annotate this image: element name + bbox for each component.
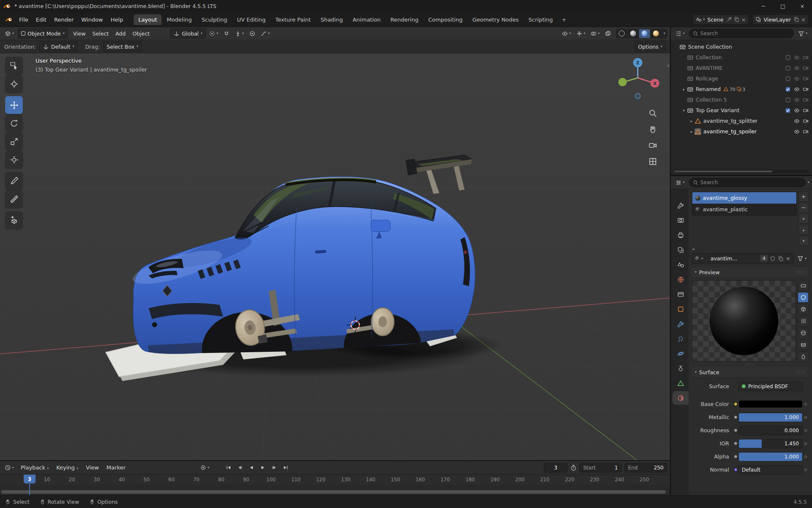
collection-tab[interactable] — [672, 287, 689, 301]
disable-render-camera-icon[interactable] — [802, 64, 809, 72]
new-material-icon[interactable] — [778, 256, 784, 262]
drag-mode-selector[interactable]: Select Box ▾ — [103, 41, 142, 52]
outliner-row-avantime-tg-spoiler[interactable]: ▸avantime_tg_spoiler — [671, 126, 812, 137]
xray-toggle[interactable] — [603, 28, 613, 39]
pin-icon[interactable] — [726, 17, 732, 22]
show-overlays-button[interactable]: ▾ — [588, 28, 602, 39]
surface-value-button[interactable]: Principled BSDF — [738, 382, 803, 391]
exclude-checkbox[interactable] — [784, 54, 792, 61]
cursor-tool[interactable] — [5, 75, 23, 93]
play-reverse-button[interactable] — [246, 463, 257, 472]
collapse-region-icon[interactable]: ‹ — [667, 62, 669, 69]
jump-to-end-button[interactable] — [280, 463, 291, 472]
preview-cloth-button[interactable] — [798, 340, 809, 350]
add-workspace-button[interactable]: + — [558, 14, 570, 25]
panel-resize-grip[interactable] — [692, 363, 809, 366]
node-socket-icon[interactable] — [732, 468, 738, 472]
preview-shaderball-button[interactable] — [798, 328, 809, 338]
preview-flat-button[interactable] — [798, 280, 809, 291]
gizmo-x-axis[interactable]: X — [650, 79, 659, 88]
animate-decorator-icon[interactable] — [803, 403, 809, 406]
material-filter-button[interactable]: ▾ — [795, 254, 809, 264]
playhead[interactable]: 3 — [24, 475, 36, 483]
viewport-3d[interactable]: User Perspective (3) Top Gear Variant | … — [0, 53, 670, 460]
menu-window[interactable]: Window — [77, 15, 107, 25]
animate-decorator-icon[interactable] — [803, 416, 809, 419]
modifiers-tab[interactable] — [672, 317, 689, 331]
material-tab[interactable] — [672, 391, 689, 405]
mode-selector[interactable]: Object Mode ▾ — [18, 28, 68, 39]
workspace-tab-geometry-nodes[interactable]: Geometry Nodes — [468, 14, 524, 25]
node-socket-icon[interactable] — [732, 402, 738, 406]
workspace-tab-uv-editing[interactable]: UV Editing — [232, 14, 270, 25]
properties-editor-type-button[interactable]: ▾ — [673, 177, 687, 188]
workspace-tab-scripting[interactable]: Scripting — [524, 14, 558, 25]
gizmo-y-axis[interactable] — [618, 78, 627, 86]
menu-render[interactable]: Render — [50, 15, 77, 25]
timeline-scrollbar[interactable] — [1, 490, 666, 494]
snap-settings-button[interactable]: ▾ — [233, 28, 246, 39]
toggle-ortho-button[interactable] — [647, 156, 658, 167]
workspace-tab-shading[interactable]: Shading — [316, 14, 348, 25]
tool-tab[interactable] — [672, 199, 689, 212]
move-slot-up-button[interactable]: ▴ — [798, 225, 809, 235]
viewlayer-selector[interactable]: ViewLayer × — [752, 14, 809, 25]
animate-decorator-icon[interactable] — [803, 469, 809, 471]
outliner-row-rollcage[interactable]: Rollcage — [671, 73, 812, 84]
frame-end-field[interactable]: End 250 — [624, 463, 667, 472]
material-name-field[interactable]: avantim... 4 × — [707, 253, 794, 264]
options-button[interactable]: Options ▾ — [635, 41, 666, 52]
outliner-row-collection-5[interactable]: Collection 5 — [671, 94, 812, 105]
annotate-tool[interactable] — [5, 172, 23, 190]
outliner-row-renamed[interactable]: ▸Renamed703 — [671, 84, 812, 94]
material-users-count[interactable]: 4 — [760, 255, 768, 262]
move-tool[interactable] — [5, 96, 23, 114]
chevron-down-icon[interactable]: ▾ — [662, 32, 667, 35]
node-socket-icon[interactable] — [732, 415, 738, 419]
disable-render-camera-icon[interactable] — [802, 107, 809, 114]
camera-view-button[interactable] — [647, 140, 658, 151]
outliner-scrollbar[interactable] — [673, 170, 809, 173]
chevron-down-icon[interactable]: ▾ — [808, 181, 809, 184]
exclude-checkbox[interactable] — [784, 107, 792, 114]
physics-tab[interactable] — [672, 347, 689, 360]
panel-drag-grip[interactable] — [796, 370, 806, 374]
metallic-slider[interactable]: 1.000 — [738, 413, 803, 422]
proportional-editing-toggle[interactable] — [247, 28, 258, 39]
preview-panel-header[interactable]: ▾ Preview — [692, 267, 809, 278]
menu-help[interactable]: Help — [107, 15, 127, 25]
viewport-menu-add[interactable]: Add — [112, 29, 129, 38]
exclude-checkbox[interactable] — [784, 64, 792, 72]
outliner-row-avantime[interactable]: AVANTIME — [671, 63, 812, 73]
zoom-button[interactable] — [647, 108, 658, 119]
properties-search-input[interactable] — [700, 179, 802, 185]
disable-render-camera-icon[interactable] — [802, 54, 809, 61]
hide-eye-icon[interactable] — [793, 75, 801, 83]
play-button[interactable] — [258, 463, 268, 472]
previous-keyframe-button[interactable] — [235, 463, 245, 472]
fake-user-shield-icon[interactable] — [770, 256, 776, 262]
orientation-selector[interactable]: Default ▾ — [39, 41, 78, 52]
add-material-slot-button[interactable]: + — [798, 192, 809, 202]
workspace-tab-rendering[interactable]: Rendering — [386, 14, 423, 25]
rotate-tool[interactable] — [5, 114, 23, 132]
hide-eye-icon[interactable] — [793, 128, 801, 135]
duplicate-viewlayer-icon[interactable] — [793, 17, 799, 22]
workspace-tab-layout[interactable]: Layout — [134, 14, 162, 25]
workspace-tab-texture-paint[interactable]: Texture Paint — [271, 14, 315, 25]
timeline-menu-view[interactable]: View — [82, 463, 103, 472]
menu-edit[interactable]: Edit — [32, 15, 50, 25]
measure-tool[interactable] — [5, 190, 23, 208]
menu-file[interactable]: File — [15, 15, 32, 25]
workspace-tab-modeling[interactable]: Modeling — [162, 14, 196, 25]
normal-value-button[interactable]: Default — [738, 465, 803, 475]
remove-viewlayer-icon[interactable]: × — [801, 17, 806, 22]
expand-right-icon[interactable]: ▸ — [689, 119, 694, 123]
scene-tab[interactable] — [672, 258, 689, 271]
expand-down-icon[interactable]: ▾ — [681, 108, 687, 113]
disable-render-camera-icon[interactable] — [802, 75, 809, 83]
preview-cube-button[interactable] — [798, 304, 809, 315]
particles-tab[interactable] — [672, 332, 689, 345]
disable-render-camera-icon[interactable] — [802, 86, 809, 93]
viewport-canvas[interactable] — [0, 53, 670, 460]
